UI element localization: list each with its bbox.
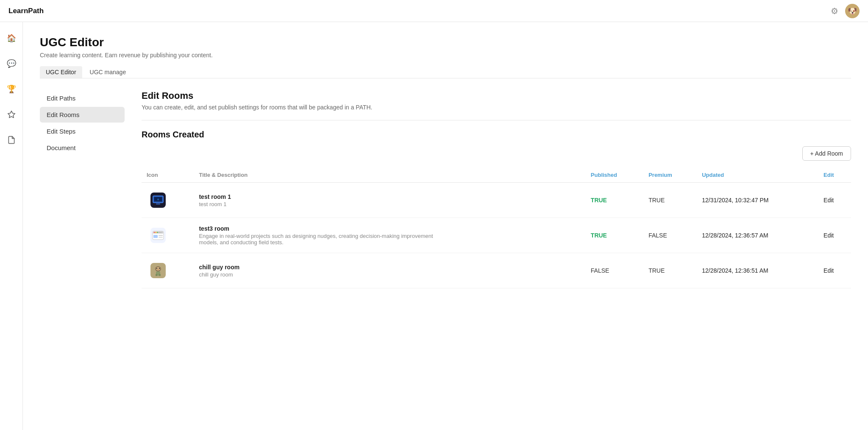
sidebar-item-trophy[interactable]: 🏆: [4, 81, 19, 97]
room-edit-cell: Edit: [818, 253, 851, 288]
room-title-desc-cell: test room 1 test room 1: [194, 183, 585, 218]
page-subtitle: Create learning content. Earn revenue by…: [40, 52, 851, 59]
room-updated-cell: 12/31/2024, 10:32:47 PM: [697, 183, 818, 218]
svg-rect-24: [156, 274, 157, 276]
svg-point-20: [156, 268, 157, 269]
sidebar-item-document[interactable]: [4, 132, 19, 148]
panel-description: You can create, edit, and set publish se…: [142, 104, 851, 111]
room-updated-cell: 12/28/2024, 12:36:57 AM: [697, 218, 818, 253]
app-layout: 🏠 💬 🏆 UGC Editor Create learning content…: [0, 22, 868, 430]
room-description: chill guy room: [199, 271, 436, 278]
add-room-btn-row: + Add Room: [142, 146, 851, 161]
room-title-desc-cell: test3 room Engage in real-world projects…: [194, 218, 585, 253]
svg-text:www.: www.: [159, 232, 162, 233]
room-edit-cell: Edit: [818, 218, 851, 253]
room-icon: ⚙️: [147, 189, 170, 212]
room-edit-link[interactable]: Edit: [823, 267, 834, 274]
room-title: chill guy room: [199, 264, 580, 271]
svg-rect-5: [156, 204, 160, 204]
room-icon-cell: [142, 253, 194, 288]
room-premium-cell: TRUE: [643, 183, 697, 218]
add-room-button[interactable]: + Add Room: [802, 146, 851, 161]
sidebar-item-edit-steps[interactable]: Edit Steps: [40, 123, 125, 139]
room-updated-date: 12/28/2024, 12:36:51 AM: [702, 267, 768, 274]
svg-rect-14: [153, 235, 158, 238]
room-title: test room 1: [199, 193, 580, 200]
room-edit-link[interactable]: Edit: [823, 232, 834, 239]
room-title-desc-cell: chill guy room chill guy room: [194, 253, 585, 288]
top-nav-right: ⚙ 🐶: [831, 4, 860, 18]
col-header-edit: Edit: [818, 168, 851, 183]
content-body: Edit Paths Edit Rooms Edit Steps Documen…: [40, 90, 851, 416]
col-header-icon: Icon: [142, 168, 194, 183]
room-published-cell: TRUE: [586, 183, 643, 218]
room-published-badge: TRUE: [591, 232, 607, 239]
room-premium-badge: TRUE: [648, 267, 665, 274]
svg-rect-15: [159, 235, 163, 236]
sidebar-item-edit-rooms[interactable]: Edit Rooms: [40, 107, 125, 123]
icon-sidebar: 🏠 💬 🏆: [0, 22, 23, 430]
room-premium-badge: FALSE: [648, 232, 667, 239]
col-header-updated: Updated: [697, 168, 818, 183]
svg-point-10: [156, 232, 157, 233]
tabs: UGC Editor UGC manage: [40, 66, 851, 78]
panel: Edit Rooms You can create, edit, and set…: [133, 90, 851, 416]
table-header-row: Icon Title & Description Published Premi…: [142, 168, 851, 183]
svg-point-11: [157, 232, 159, 233]
svg-point-9: [154, 232, 155, 233]
avatar-emoji: 🐶: [848, 6, 857, 16]
room-updated-cell: 12/28/2024, 12:36:51 AM: [697, 253, 818, 288]
svg-point-22: [157, 269, 159, 270]
room-title: test3 room: [199, 225, 580, 232]
col-header-published: Published: [586, 168, 643, 183]
table-row: www. test3 room Engage in real-world pro…: [142, 218, 851, 253]
room-edit-cell: Edit: [818, 183, 851, 218]
table-row: ⚙️ test room 1 test room 1 TRUE TRUE 12/…: [142, 183, 851, 218]
room-published-cell: FALSE: [586, 253, 643, 288]
settings-icon[interactable]: ⚙: [831, 6, 838, 16]
rooms-table: Icon Title & Description Published Premi…: [142, 168, 851, 288]
room-edit-link[interactable]: Edit: [823, 197, 834, 204]
tab-ugc-manage[interactable]: UGC manage: [84, 66, 132, 78]
sidebar-item-badge[interactable]: [4, 107, 19, 122]
app-logo: LearnPath: [8, 7, 44, 15]
room-icon-cell: ⚙️: [142, 183, 194, 218]
divider: [142, 120, 851, 120]
room-icon-cell: www.: [142, 218, 194, 253]
room-premium-cell: TRUE: [643, 253, 697, 288]
room-premium-cell: FALSE: [643, 218, 697, 253]
secondary-sidebar: Edit Paths Edit Rooms Edit Steps Documen…: [40, 90, 133, 416]
room-icon: www.: [147, 224, 170, 247]
svg-point-21: [159, 268, 160, 269]
room-description: Engage in real-world projects such as de…: [199, 233, 436, 246]
sidebar-item-document[interactable]: Document: [40, 140, 125, 156]
col-header-premium: Premium: [643, 168, 697, 183]
room-published-badge: TRUE: [591, 197, 607, 204]
rooms-section-title: Rooms Created: [142, 130, 851, 140]
sidebar-item-home[interactable]: 🏠: [4, 31, 19, 46]
avatar[interactable]: 🐶: [845, 4, 860, 18]
room-premium-badge: TRUE: [648, 197, 665, 204]
svg-text:⚙️: ⚙️: [157, 198, 159, 201]
top-nav: LearnPath ⚙ 🐶: [0, 0, 868, 22]
room-description: test room 1: [199, 201, 436, 207]
sidebar-item-chat[interactable]: 💬: [4, 56, 19, 71]
sidebar-item-edit-paths[interactable]: Edit Paths: [40, 90, 125, 106]
room-icon: [147, 259, 170, 282]
room-updated-date: 12/28/2024, 12:36:57 AM: [702, 232, 768, 239]
room-published-cell: TRUE: [586, 218, 643, 253]
svg-rect-16: [159, 237, 163, 238]
room-published-badge: FALSE: [591, 267, 609, 274]
main-area: UGC Editor Create learning content. Earn…: [23, 22, 868, 430]
tab-ugc-editor[interactable]: UGC Editor: [40, 66, 82, 78]
svg-rect-25: [159, 274, 161, 276]
panel-title: Edit Rooms: [142, 90, 851, 101]
page-title: UGC Editor: [40, 36, 851, 49]
col-header-title: Title & Description: [194, 168, 585, 183]
table-row: chill guy room chill guy room FALSE TRUE…: [142, 253, 851, 288]
room-updated-date: 12/31/2024, 10:32:47 PM: [702, 197, 768, 204]
